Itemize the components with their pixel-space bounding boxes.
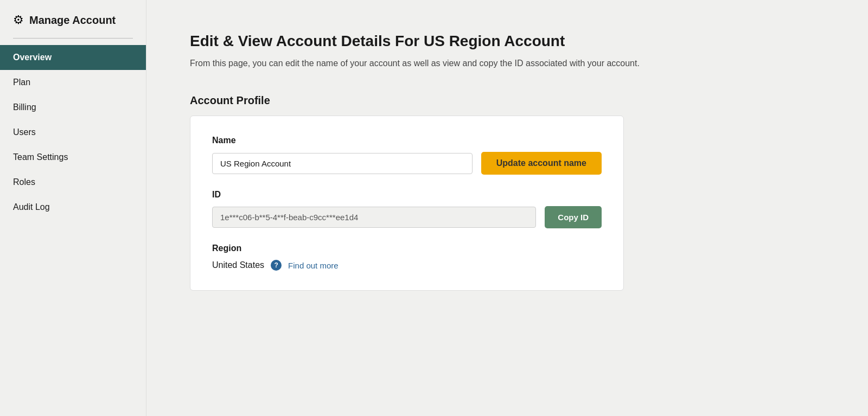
account-id-input [212, 207, 536, 228]
sidebar-title: Manage Account [29, 14, 116, 27]
region-label: Region [212, 244, 602, 253]
name-field-row: Update account name [212, 152, 602, 175]
sidebar-item-billing[interactable]: Billing [0, 95, 146, 120]
main-content: Edit & View Account Details For US Regio… [146, 0, 868, 416]
section-title: Account Profile [190, 94, 825, 107]
find-out-more-link[interactable]: Find out more [288, 261, 339, 270]
help-icon[interactable]: ? [271, 260, 282, 271]
id-field-row: Copy ID [212, 206, 602, 228]
id-label: ID [212, 190, 602, 200]
sidebar-item-roles[interactable]: Roles [0, 170, 146, 195]
account-name-input[interactable] [212, 153, 473, 174]
page-description: From this page, you can edit the name of… [190, 59, 678, 68]
sidebar-item-audit-log[interactable]: Audit Log [0, 195, 146, 220]
sidebar-item-team-settings[interactable]: Team Settings [0, 145, 146, 170]
sidebar-item-users[interactable]: Users [0, 120, 146, 145]
sidebar-item-overview[interactable]: Overview [0, 45, 146, 70]
region-value: United States [212, 260, 264, 270]
copy-id-button[interactable]: Copy ID [545, 206, 602, 228]
region-row: United States ? Find out more [212, 260, 602, 271]
sidebar-nav: Overview Plan Billing Users Team Setting… [0, 45, 146, 220]
account-profile-card: Name Update account name ID Copy ID Regi… [190, 116, 624, 291]
sidebar-divider [13, 38, 133, 39]
sidebar-header: ⚙ Manage Account [0, 13, 146, 38]
update-account-name-button[interactable]: Update account name [481, 152, 602, 175]
sidebar-item-plan[interactable]: Plan [0, 70, 146, 95]
name-label: Name [212, 136, 602, 145]
gear-icon: ⚙ [13, 13, 24, 27]
page-title: Edit & View Account Details For US Regio… [190, 33, 825, 50]
sidebar: ⚙ Manage Account Overview Plan Billing U… [0, 0, 146, 416]
